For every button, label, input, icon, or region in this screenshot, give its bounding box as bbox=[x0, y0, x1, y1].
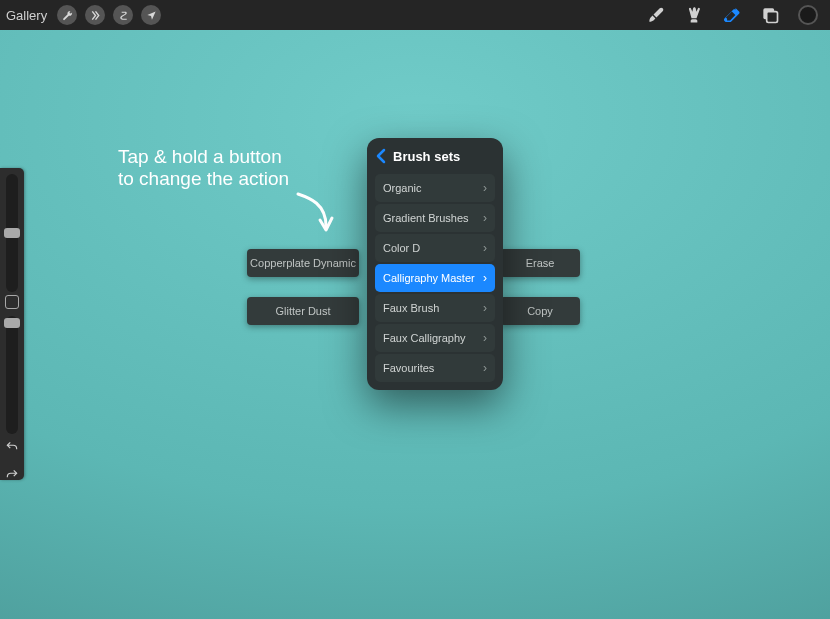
color-picker-icon[interactable] bbox=[798, 5, 818, 25]
quick-button-1[interactable]: Copperplate Dynamic bbox=[247, 249, 359, 277]
brush-set-item-label: Faux Brush bbox=[383, 302, 439, 314]
side-panel bbox=[0, 168, 24, 480]
brush-size-thumb[interactable] bbox=[4, 228, 20, 238]
brush-sets-popover: Brush sets Organic›Gradient Brushes›Colo… bbox=[367, 138, 503, 390]
modify-square-icon[interactable] bbox=[5, 295, 19, 309]
brush-opacity-thumb[interactable] bbox=[4, 318, 20, 328]
quick-button-4[interactable]: Copy bbox=[500, 297, 580, 325]
brush-set-item[interactable]: Favourites› bbox=[375, 354, 495, 382]
brush-set-item-label: Calligraphy Master bbox=[383, 272, 475, 284]
chevron-right-icon: › bbox=[483, 271, 487, 285]
annotation-arrow-icon bbox=[290, 190, 340, 240]
chevron-right-icon: › bbox=[483, 301, 487, 315]
transform-icon[interactable] bbox=[141, 5, 161, 25]
chevron-right-icon: › bbox=[483, 211, 487, 225]
help-annotation-line1: Tap & hold a button bbox=[118, 146, 289, 168]
top-toolbar: Gallery bbox=[0, 0, 830, 30]
smudge-icon[interactable] bbox=[684, 5, 704, 25]
brush-set-item-label: Favourites bbox=[383, 362, 434, 374]
brush-set-item[interactable]: Color D› bbox=[375, 234, 495, 262]
brush-set-item[interactable]: Faux Brush› bbox=[375, 294, 495, 322]
wrench-icon[interactable] bbox=[57, 5, 77, 25]
popover-title: Brush sets bbox=[393, 149, 460, 164]
brush-set-item-label: Gradient Brushes bbox=[383, 212, 469, 224]
brush-set-item-label: Faux Calligraphy bbox=[383, 332, 466, 344]
help-annotation: Tap & hold a button to change the action bbox=[118, 146, 289, 190]
selection-icon[interactable] bbox=[113, 5, 133, 25]
svg-rect-1 bbox=[767, 12, 778, 23]
redo-icon[interactable] bbox=[5, 468, 19, 482]
brush-icon[interactable] bbox=[646, 5, 666, 25]
adjustments-icon[interactable] bbox=[85, 5, 105, 25]
layers-icon[interactable] bbox=[760, 5, 780, 25]
chevron-right-icon: › bbox=[483, 181, 487, 195]
chevron-right-icon: › bbox=[483, 331, 487, 345]
brush-set-item[interactable]: Gradient Brushes› bbox=[375, 204, 495, 232]
popover-back-button[interactable] bbox=[373, 148, 389, 164]
chevron-right-icon: › bbox=[483, 241, 487, 255]
quick-button-3[interactable]: Erase bbox=[500, 249, 580, 277]
eraser-icon[interactable] bbox=[722, 5, 742, 25]
brush-set-item[interactable]: Organic› bbox=[375, 174, 495, 202]
brush-opacity-slider[interactable] bbox=[6, 316, 18, 434]
brush-set-item-label: Color D bbox=[383, 242, 420, 254]
undo-icon[interactable] bbox=[5, 440, 19, 454]
brush-set-item[interactable]: Calligraphy Master› bbox=[375, 264, 495, 292]
chevron-right-icon: › bbox=[483, 361, 487, 375]
brush-set-item[interactable]: Faux Calligraphy› bbox=[375, 324, 495, 352]
brush-set-item-label: Organic bbox=[383, 182, 422, 194]
help-annotation-line2: to change the action bbox=[118, 168, 289, 190]
quick-button-2[interactable]: Glitter Dust bbox=[247, 297, 359, 325]
gallery-button[interactable]: Gallery bbox=[0, 8, 51, 23]
